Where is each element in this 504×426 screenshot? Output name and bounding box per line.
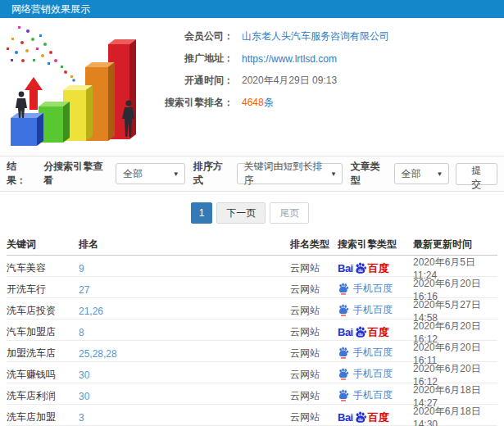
sort-select[interactable]: 关键词由短到长排序 ▼ xyxy=(237,163,343,184)
keyword-cell: 洗车店利润 xyxy=(7,389,79,403)
engine-cell: Bai du 百度 xyxy=(338,410,413,425)
open-time-label: 开通时间： xyxy=(152,74,234,88)
rank-type-cell: 云网站 xyxy=(290,304,338,318)
rank-count: 4648 xyxy=(242,97,264,108)
table-row: 开洗车行 27 云网站 手机百度 2020年6月20日 16:16 xyxy=(7,277,497,298)
engine-select[interactable]: 全部 ▼ xyxy=(116,163,184,184)
rank-type-cell: 云网站 xyxy=(290,389,338,403)
engine-filter-label: 分搜索引擎查看 xyxy=(43,160,111,188)
rank-type-cell: 云网站 xyxy=(290,325,338,339)
table-row: 汽车加盟店 8 云网站 Bai du 百度 2020年6月20日 16:12 xyxy=(7,320,497,341)
rank-link[interactable]: 25,28,28 xyxy=(79,348,290,360)
table-row: 洗车店利润 30 云网站 手机百度 2020年6月18日 14:27 xyxy=(7,383,497,405)
svg-text:du: du xyxy=(358,418,363,422)
header-update-time: 最新更新时间 xyxy=(413,238,497,252)
results-label: 结果： xyxy=(7,160,35,188)
sort-filter-label: 排序方式 xyxy=(193,160,232,188)
mobile-baidu-paw-icon xyxy=(338,368,349,380)
chevron-down-icon: ▼ xyxy=(173,170,179,178)
mobile-baidu-paw-icon xyxy=(338,389,349,401)
engine-cell: 手机百度 xyxy=(338,367,413,383)
rank-unit: 条 xyxy=(264,97,274,108)
engine-cell: Bai du 百度 xyxy=(338,261,413,276)
baidu-logo: Bai du 百度 xyxy=(338,410,389,425)
article-type-select[interactable]: 全部 ▼ xyxy=(394,163,449,184)
engine-cell: 手机百度 xyxy=(338,282,413,297)
engine-rank-value: 4648条 xyxy=(242,96,274,110)
page-title: 网络营销效果展示 xyxy=(11,3,90,15)
page-1-button[interactable]: 1 xyxy=(191,202,213,224)
promo-url-row: 推广地址： https://www.lrtlsd.com xyxy=(152,52,504,66)
engine-cell: 手机百度 xyxy=(338,388,413,404)
keyword-cell: 汽车美容 xyxy=(7,261,79,275)
keyword-cell: 洗车店加盟 xyxy=(7,410,79,424)
keyword-cell: 洗车赚钱吗 xyxy=(7,368,79,382)
up-arrow-icon xyxy=(25,77,43,110)
engine-cell: 手机百度 xyxy=(338,303,413,319)
engine-rank-label: 搜索引擎排名： xyxy=(152,96,234,110)
mobile-baidu-paw-icon xyxy=(338,283,349,295)
svg-text:du: du xyxy=(358,333,363,337)
svg-text:du: du xyxy=(358,269,363,273)
info-section: 会员公司： 山东老人头汽车服务咨询有限公司 推广地址： https://www.… xyxy=(0,18,504,156)
filter-bar: 结果： 分搜索引擎查看 全部 ▼ 排序方式 关键词由短到长排序 ▼ 文章类型 全… xyxy=(0,156,504,192)
rank-type-cell: 云网站 xyxy=(290,368,338,382)
rank-link[interactable]: 30 xyxy=(79,369,290,381)
header-keyword: 关键词 xyxy=(7,238,79,252)
keyword-cell: 洗车店投资 xyxy=(7,304,79,318)
baidu-logo: Bai du 百度 xyxy=(338,325,389,340)
baidu-mobile-logo: 手机百度 xyxy=(338,367,393,381)
baidu-paw-icon: du xyxy=(354,411,367,424)
pagination: 1 下一页 尾页 xyxy=(0,202,504,224)
baidu-mobile-logo: 手机百度 xyxy=(338,388,393,402)
table-row: 汽车美容 9 云网站 Bai du 百度 2020年6月5日 11:24 xyxy=(7,256,497,277)
promo-url-link[interactable]: https://www.lrtlsd.com xyxy=(242,53,337,65)
table-row: 洗车店投资 21,26 云网站 手机百度 2020年5月27日 14:58 xyxy=(7,298,497,320)
header-rank-type: 排名类型 xyxy=(290,238,338,252)
baidu-mobile-logo: 手机百度 xyxy=(338,303,393,317)
table-row: 洗车店加盟 3 云网站 Bai du 百度 2020年6月18日 14:30 xyxy=(7,405,497,426)
header-engine-type: 搜索引擎类型 xyxy=(338,238,413,252)
keyword-cell: 汽车加盟店 xyxy=(7,325,79,339)
baidu-paw-icon: du xyxy=(354,262,367,275)
confetti-dots xyxy=(7,26,75,82)
engine-cell: 手机百度 xyxy=(338,346,413,361)
article-type-select-value: 全部 xyxy=(402,167,421,181)
ranking-table: 关键词 排名 排名类型 搜索引擎类型 最新更新时间 汽车美容 9 云网站 Bai… xyxy=(0,233,504,426)
header-rank: 排名 xyxy=(79,238,290,252)
engine-rank-row: 搜索引擎排名： 4648条 xyxy=(152,96,504,110)
rank-link[interactable]: 9 xyxy=(79,263,290,274)
rank-link[interactable]: 8 xyxy=(79,327,290,338)
page-title-bar: 网络营销效果展示 xyxy=(0,0,504,18)
table-body: 汽车美容 9 云网站 Bai du 百度 2020年6月5日 11:24 开洗车… xyxy=(7,256,497,426)
next-page-button[interactable]: 下一页 xyxy=(216,202,266,224)
baidu-logo: Bai du 百度 xyxy=(338,261,389,276)
last-page-button[interactable]: 尾页 xyxy=(270,202,309,224)
submit-button[interactable]: 提交 xyxy=(456,163,497,185)
rank-link[interactable]: 30 xyxy=(79,391,290,402)
promo-url-label: 推广地址： xyxy=(152,52,234,66)
rank-link[interactable]: 21,26 xyxy=(79,306,290,317)
chevron-down-icon: ▼ xyxy=(330,170,337,178)
chevron-down-icon: ▼ xyxy=(437,170,443,178)
mobile-baidu-paw-icon xyxy=(338,347,349,359)
table-row: 洗车赚钱吗 30 云网站 手机百度 2020年6月20日 16:12 xyxy=(7,362,497,383)
baidu-mobile-logo: 手机百度 xyxy=(338,346,393,360)
rank-link[interactable]: 27 xyxy=(79,284,290,296)
engine-select-value: 全部 xyxy=(123,167,143,181)
company-link[interactable]: 山东老人头汽车服务咨询有限公司 xyxy=(242,29,389,43)
open-time-row: 开通时间： 2020年4月29日 09:13 xyxy=(152,74,504,88)
rank-link[interactable]: 3 xyxy=(79,412,290,424)
sort-select-value: 关键词由短到长排序 xyxy=(244,160,325,188)
type-filter-label: 文章类型 xyxy=(351,160,389,188)
company-label: 会员公司： xyxy=(152,29,234,43)
open-time-value: 2020年4月29日 09:13 xyxy=(242,74,337,88)
table-row: 加盟洗车店 25,28,28 云网站 手机百度 2020年6月20日 16:11 xyxy=(7,341,497,362)
mobile-baidu-paw-icon xyxy=(338,304,349,316)
baidu-paw-icon: du xyxy=(354,326,367,339)
bar-blue xyxy=(11,113,43,146)
rank-type-cell: 云网站 xyxy=(290,410,338,424)
table-header-row: 关键词 排名 排名类型 搜索引擎类型 最新更新时间 xyxy=(7,233,497,256)
keyword-cell: 加盟洗车店 xyxy=(7,347,79,360)
bar-chart-illustration xyxy=(0,18,152,153)
